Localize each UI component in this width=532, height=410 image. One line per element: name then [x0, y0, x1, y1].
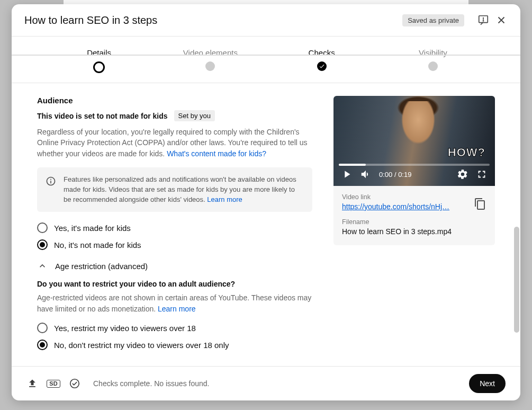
video-overlay-text: HOW?	[448, 146, 485, 159]
feedback-icon[interactable]	[477, 14, 490, 26]
audience-status-text: This video is set to not made for kids	[37, 112, 168, 120]
dialog-body[interactable]: Audience This video is set to not made f…	[12, 83, 520, 366]
svg-point-2	[70, 379, 79, 388]
audience-title: Audience	[37, 96, 312, 105]
checks-status-icon[interactable]	[69, 378, 80, 389]
set-by-chip: Set by you	[174, 110, 215, 121]
radio-label: No, it's not made for kids	[54, 240, 141, 249]
step-label-checks: Checks	[266, 48, 377, 57]
fullscreen-icon[interactable]	[476, 168, 488, 180]
radio-made-for-kids-yes[interactable]: Yes, it's made for kids	[37, 222, 312, 233]
settings-icon[interactable]	[457, 168, 468, 180]
step-label-visibility: Visibility	[377, 48, 489, 57]
footer-status-text: Checks complete. No issues found.	[93, 379, 459, 388]
age-restriction-label: Age restriction (advanced)	[55, 262, 148, 271]
step-checks[interactable]: Checks	[266, 48, 377, 71]
info-box-text: Features like personalized ads and notif…	[64, 175, 296, 203]
radio-age-restrict-no[interactable]: No, don't restrict my video to viewers o…	[37, 340, 312, 350]
video-link-label: Video link	[342, 193, 467, 201]
video-player[interactable]: HOW? 0:00 / 0:19	[333, 96, 495, 186]
step-visibility[interactable]: Visibility	[377, 48, 489, 71]
video-link-value[interactable]: https://youtube.com/shorts/nHj…	[342, 202, 467, 211]
step-details[interactable]: Details	[43, 48, 155, 73]
radio-label: No, don't restrict my video to viewers o…	[54, 341, 229, 350]
age-restriction-question: Do you want to restrict your video to an…	[37, 280, 312, 288]
age-restriction-desc: Age-restricted videos are not shown in c…	[37, 292, 312, 314]
age-restriction-toggle[interactable]: Age restriction (advanced)	[37, 261, 312, 271]
info-icon	[46, 176, 56, 186]
radio-icon	[37, 222, 48, 233]
video-preview-card: HOW? 0:00 / 0:19 Video link	[333, 96, 495, 245]
volume-icon[interactable]	[360, 168, 372, 180]
info-learn-more-link[interactable]: Learn more	[207, 195, 242, 203]
upload-status-icon[interactable]	[26, 378, 38, 389]
next-button[interactable]: Next	[469, 374, 506, 393]
filename-label: Filename	[342, 218, 486, 226]
radio-label: Yes, it's made for kids	[54, 224, 131, 233]
step-label-details: Details	[43, 48, 155, 57]
radio-icon	[37, 239, 48, 250]
radio-label: Yes, restrict my video to viewers over 1…	[54, 324, 196, 333]
coppa-description: Regardless of your location, you're lega…	[37, 127, 312, 159]
step-video-elements[interactable]: Video elements	[155, 48, 266, 71]
step-label-video-elements: Video elements	[155, 48, 266, 57]
sd-badge[interactable]: SD	[48, 378, 59, 389]
copy-icon[interactable]	[474, 198, 486, 210]
svg-point-1	[483, 21, 483, 21]
audience-status-line: This video is set to not made for kids S…	[37, 110, 312, 121]
age-learn-more-link[interactable]: Learn more	[158, 305, 196, 313]
scrollbar-thumb[interactable]	[514, 227, 519, 333]
coppa-link[interactable]: What's content made for kids?	[167, 149, 266, 158]
stepper: Details Video elements Checks Visibility	[12, 37, 520, 83]
close-icon[interactable]	[495, 14, 508, 26]
play-icon[interactable]	[341, 168, 353, 180]
radio-icon	[37, 340, 48, 350]
dialog-title: How to learn SEO in 3 steps	[24, 14, 402, 26]
audience-info-box: Features like personalized ads and notif…	[37, 167, 312, 212]
chevron-up-icon	[37, 261, 48, 271]
dialog-footer: SD Checks complete. No issues found. Nex…	[12, 366, 520, 400]
radio-age-restrict-yes[interactable]: Yes, restrict my video to viewers over 1…	[37, 323, 312, 333]
radio-icon	[37, 323, 48, 333]
filename-value: How to learn SEO in 3 steps.mp4	[342, 227, 486, 236]
upload-dialog: How to learn SEO in 3 steps Saved as pri…	[12, 4, 520, 400]
saved-status-chip: Saved as private	[402, 14, 464, 26]
dialog-header: How to learn SEO in 3 steps Saved as pri…	[12, 4, 520, 37]
radio-made-for-kids-no[interactable]: No, it's not made for kids	[37, 239, 312, 250]
video-time: 0:00 / 0:19	[379, 171, 411, 179]
